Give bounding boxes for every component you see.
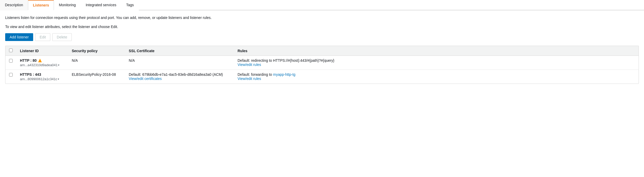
tab-description[interactable]: Description — [0, 0, 28, 10]
table-row: HTTP : 80 arn...a432310d9adea041 ▾ N/A N… — [5, 56, 639, 70]
row2-rules-cell: Default: forwarding to myapp-http-tg Vie… — [234, 70, 639, 84]
row2-checkbox-cell — [5, 70, 16, 84]
col-header-listener-id: Listener ID — [16, 46, 68, 56]
row2-listener-id-text: HTTPS : 443 — [20, 72, 41, 77]
row1-rules-cell: Default: redirecting to HTTPS://#{host}:… — [234, 56, 639, 70]
row2-security-policy-value: ELBSecurityPolicy-2016-08 — [72, 72, 116, 77]
row2-listener-id-sub: arn...809900612a1c341c ▾ — [20, 77, 65, 81]
col-header-security-policy: Security policy — [68, 46, 125, 56]
row2-view-edit-certs-link[interactable]: View/edit certificates — [129, 77, 162, 81]
row2-ssl-cert-cell: Default: 679bb6db-e7a1-4ac5-83eb-d8d16a8… — [125, 70, 234, 84]
delete-button[interactable]: Delete — [52, 33, 71, 41]
row2-rules-link-wrap: View/edit rules — [238, 77, 635, 81]
row1-listener-id-sub: arn...a432310d9adea041 ▾ — [20, 63, 65, 67]
row2-dropdown-arrow[interactable]: ▾ — [58, 78, 59, 80]
col-header-checkbox — [5, 46, 16, 56]
row1-checkbox-cell — [5, 56, 16, 70]
action-bar: Add listener Edit Delete — [5, 33, 639, 41]
row1-dropdown-arrow[interactable]: ▾ — [58, 64, 59, 66]
row2-view-edit-rules-link[interactable]: View/edit rules — [238, 77, 261, 81]
tab-monitoring[interactable]: Monitoring — [54, 0, 81, 10]
row1-security-policy-cell: N/A — [68, 56, 125, 70]
row2-ssl-cert-value: Default: 679bb6db-e7a1-4ac5-83eb-d8d16a8… — [129, 72, 230, 77]
row2-rules-default: Default: forwarding to myapp-http-tg — [238, 72, 635, 77]
tab-bar: Description Listeners Monitoring Integra… — [0, 0, 644, 10]
row1-listener-id-cell: HTTP : 80 arn...a432310d9adea041 ▾ — [16, 56, 68, 70]
row2-listener-id-cell: HTTPS : 443 arn...809900612a1c341c ▾ — [16, 70, 68, 84]
row1-arn-text: arn...a432310d9adea041 — [20, 63, 58, 67]
listeners-table: Listener ID Security policy SSL Certific… — [5, 46, 639, 84]
row2-listener-id-main: HTTPS : 443 — [20, 72, 65, 77]
tab-listeners[interactable]: Listeners — [28, 0, 54, 10]
row2-arn-text: arn...809900612a1c341c — [20, 77, 57, 81]
content-area: Listeners listen for connection requests… — [0, 10, 644, 84]
row2-rules-inline-link[interactable]: myapp-http-tg — [273, 72, 295, 77]
col-header-rules: Rules — [234, 46, 639, 56]
row1-rules-link-wrap: View/edit rules — [238, 63, 635, 67]
select-all-checkbox[interactable] — [9, 49, 13, 52]
listeners-table-wrapper: Listener ID Security policy SSL Certific… — [5, 46, 639, 84]
row1-ssl-cert-cell: N/A — [125, 56, 234, 70]
description-line2: To view and edit listener attributes, se… — [5, 24, 639, 30]
row2-checkbox[interactable] — [9, 73, 13, 77]
tab-integrated-services[interactable]: Integrated services — [81, 0, 121, 10]
table-header-row: Listener ID Security policy SSL Certific… — [5, 46, 639, 56]
row1-ssl-cert-value: N/A — [129, 58, 135, 63]
row1-rules-default: Default: redirecting to HTTPS://#{host}:… — [238, 58, 635, 63]
add-listener-button[interactable]: Add listener — [5, 33, 33, 41]
row1-listener-id-text: HTTP : 80 — [20, 58, 37, 63]
row1-warning-icon — [38, 59, 42, 62]
row2-rules-default-text: Default: forwarding to — [238, 72, 273, 77]
row2-ssl-cert-link-wrap: View/edit certificates — [129, 77, 230, 81]
col-header-ssl-cert: SSL Certificate — [125, 46, 234, 56]
tab-tags[interactable]: Tags — [121, 0, 139, 10]
row1-checkbox[interactable] — [9, 59, 13, 63]
edit-button[interactable]: Edit — [35, 33, 50, 41]
description-line1: Listeners listen for connection requests… — [5, 15, 639, 21]
row1-view-edit-rules-link[interactable]: View/edit rules — [238, 63, 261, 67]
row2-security-policy-cell: ELBSecurityPolicy-2016-08 — [68, 70, 125, 84]
table-row: HTTPS : 443 arn...809900612a1c341c ▾ ELB… — [5, 70, 639, 84]
row1-security-policy-value: N/A — [72, 58, 78, 63]
row1-listener-id-main: HTTP : 80 — [20, 58, 65, 63]
